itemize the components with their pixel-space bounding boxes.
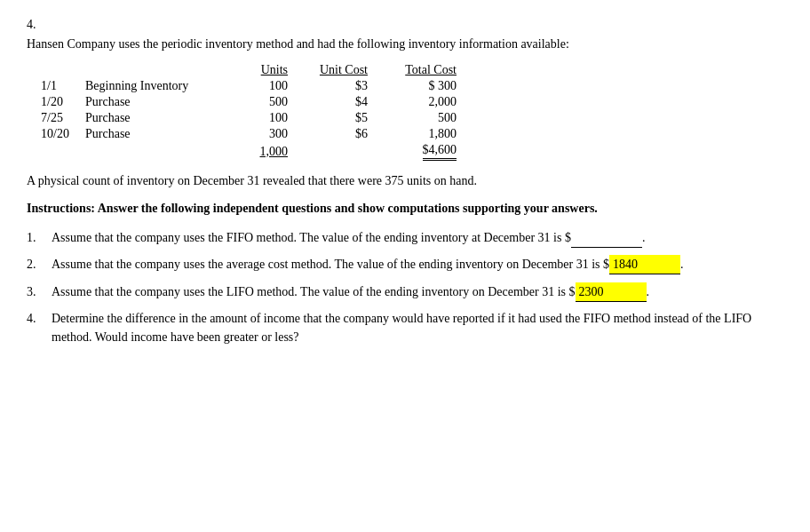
header-units: Units	[222, 62, 293, 78]
row-total-cost: $ 300	[373, 78, 462, 94]
intro-text: Hansen Company uses the periodic invento…	[27, 36, 783, 53]
row-units: 500	[222, 94, 293, 110]
row-units: 100	[222, 110, 293, 126]
table-row: 7/25Purchase100$5500	[36, 110, 462, 126]
row-desc: Beginning Inventory	[80, 78, 222, 94]
row-units: 100	[222, 78, 293, 94]
instructions-text: Instructions: Answer the following indep…	[27, 200, 783, 218]
q3-num: 3.	[27, 282, 52, 302]
row-unit-cost: $5	[293, 110, 373, 126]
q4-text: Determine the difference in the amount o…	[52, 309, 783, 346]
header-unit-cost: Unit Cost	[293, 62, 373, 78]
row-unit-cost: $3	[293, 78, 373, 94]
total-cost: $4,600	[373, 142, 462, 162]
q3-blank: 2300	[576, 282, 647, 302]
table-row: 10/20Purchase300$61,800	[36, 126, 462, 142]
questions-container: 1. Assume that the company uses the FIFO…	[27, 228, 783, 346]
table-row: 1/1Beginning Inventory100$3$ 300	[36, 78, 462, 94]
total-units: 1,000	[222, 142, 293, 162]
q2-blank: 1840	[609, 255, 680, 274]
q2-text: Assume that the company uses the average…	[52, 255, 783, 274]
q1-blank	[571, 228, 642, 248]
question-2: 2. Assume that the company uses the aver…	[27, 255, 783, 274]
row-total-cost: 1,800	[373, 126, 462, 142]
row-unit-cost: $4	[293, 94, 373, 110]
row-desc: Purchase	[80, 110, 222, 126]
table-row: 1/20Purchase500$42,000	[36, 94, 462, 110]
row-date: 7/25	[36, 110, 80, 126]
question-3: 3. Assume that the company uses the LIFO…	[27, 282, 783, 302]
problem-number: 4.	[27, 18, 783, 32]
problem-container: 4. Hansen Company uses the periodic inve…	[27, 18, 783, 346]
q1-text: Assume that the company uses the FIFO me…	[52, 228, 783, 248]
question-4: 4. Determine the difference in the amoun…	[27, 309, 783, 346]
q1-num: 1.	[27, 228, 52, 248]
row-date: 1/1	[36, 78, 80, 94]
row-desc: Purchase	[80, 126, 222, 142]
inventory-table: Units Unit Cost Total Cost 1/1Beginning …	[36, 62, 783, 162]
row-date: 10/20	[36, 126, 80, 142]
q4-num: 4.	[27, 309, 52, 329]
row-total-cost: 500	[373, 110, 462, 126]
q2-num: 2.	[27, 255, 52, 274]
question-1: 1. Assume that the company uses the FIFO…	[27, 228, 783, 248]
row-units: 300	[222, 126, 293, 142]
row-unit-cost: $6	[293, 126, 373, 142]
row-desc: Purchase	[80, 94, 222, 110]
physical-count-text: A physical count of inventory on Decembe…	[27, 172, 783, 190]
row-total-cost: 2,000	[373, 94, 462, 110]
header-total-cost: Total Cost	[373, 62, 462, 78]
q3-text: Assume that the company uses the LIFO me…	[52, 282, 783, 302]
row-date: 1/20	[36, 94, 80, 110]
